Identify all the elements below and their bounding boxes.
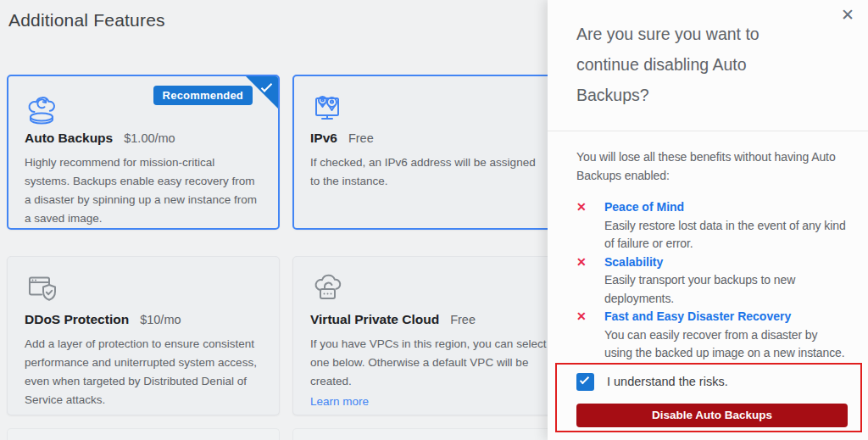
page-title: Additional Features bbox=[8, 10, 165, 31]
benefit-description: You can easily recover from a disaster b… bbox=[604, 326, 848, 363]
benefit-list: ✕ Peace of Mind Easily restore lost data… bbox=[576, 198, 848, 363]
checkbox-check-mark bbox=[580, 374, 589, 383]
modal-title: Are you sure you want to continue disabl… bbox=[576, 19, 790, 110]
card-partial-next-row[interactable] bbox=[7, 428, 280, 440]
card-title: Virtual Private Cloud bbox=[310, 312, 439, 327]
card-price: $1.00/mo bbox=[124, 131, 175, 145]
benefit-title: Scalability bbox=[604, 253, 848, 272]
benefit-title: Fast and Easy Disaster Recovery bbox=[604, 308, 848, 326]
benefit-description: Easily transport your backups to new dep… bbox=[604, 271, 848, 308]
card-auto-backups[interactable]: Recommended Auto Backups $1.00/mo Highly… bbox=[7, 75, 280, 230]
modal-intro-text: You will lose all these benefits without… bbox=[576, 148, 848, 185]
backup-cloud-icon bbox=[25, 90, 60, 125]
cloud-lock-icon bbox=[310, 271, 346, 307]
screen: Additional Features Recommended Auto Bac… bbox=[0, 0, 868, 440]
learn-more-link[interactable]: Learn more bbox=[310, 395, 369, 408]
card-description: Add a layer of protection to ensure cons… bbox=[25, 335, 262, 409]
close-icon[interactable]: ✕ bbox=[837, 5, 858, 25]
card-ipv6[interactable]: IPv6 Free If checked, an IPv6 address wi… bbox=[292, 75, 565, 230]
benefit-item: ✕ Scalability Easily transport your back… bbox=[576, 253, 848, 309]
card-price: Free bbox=[348, 131, 374, 145]
benefit-item: ✕ Fast and Easy Disaster Recovery You ca… bbox=[576, 308, 848, 363]
red-x-icon: ✕ bbox=[576, 253, 604, 272]
red-x-icon: ✕ bbox=[576, 308, 604, 326]
card-virtual-private-cloud[interactable]: Virtual Private Cloud Free If you have V… bbox=[292, 256, 565, 415]
card-price: Free bbox=[450, 313, 476, 326]
benefit-item: ✕ Peace of Mind Easily restore lost data… bbox=[576, 198, 848, 253]
card-description: If checked, an IPv6 address will be assi… bbox=[310, 153, 548, 191]
card-price: $10/mo bbox=[140, 313, 181, 326]
shield-window-icon bbox=[25, 271, 60, 307]
location-pins-icon bbox=[310, 90, 346, 125]
understand-risks-label: I understand the risks. bbox=[607, 375, 728, 388]
card-partial-next-row[interactable] bbox=[292, 428, 565, 440]
card-description: Highly recommend for mission-critical sy… bbox=[25, 153, 262, 228]
card-title: DDoS Protection bbox=[25, 312, 129, 327]
modal-body: You will lose all these benefits without… bbox=[548, 131, 868, 363]
disable-backups-modal: ✕ Are you sure you want to continue disa… bbox=[548, 0, 868, 440]
understand-risks-checkbox[interactable] bbox=[576, 373, 594, 391]
disable-auto-backups-button[interactable]: Disable Auto Backups bbox=[576, 404, 848, 427]
risk-acknowledge-row: I understand the risks. bbox=[576, 373, 868, 391]
benefit-description: Easily restore lost data in the event of… bbox=[604, 217, 848, 253]
learn-more-link[interactable]: Learn more bbox=[25, 414, 83, 415]
card-ddos-protection[interactable]: DDoS Protection $10/mo Add a layer of pr… bbox=[7, 256, 280, 415]
recommended-badge: Recommended bbox=[153, 86, 253, 105]
card-title: IPv6 bbox=[310, 131, 337, 146]
red-x-icon: ✕ bbox=[576, 198, 604, 217]
card-title: Auto Backups bbox=[25, 131, 113, 146]
benefit-title: Peace of Mind bbox=[604, 198, 848, 217]
card-description: If you have VPCs in this region, you can… bbox=[310, 335, 548, 391]
